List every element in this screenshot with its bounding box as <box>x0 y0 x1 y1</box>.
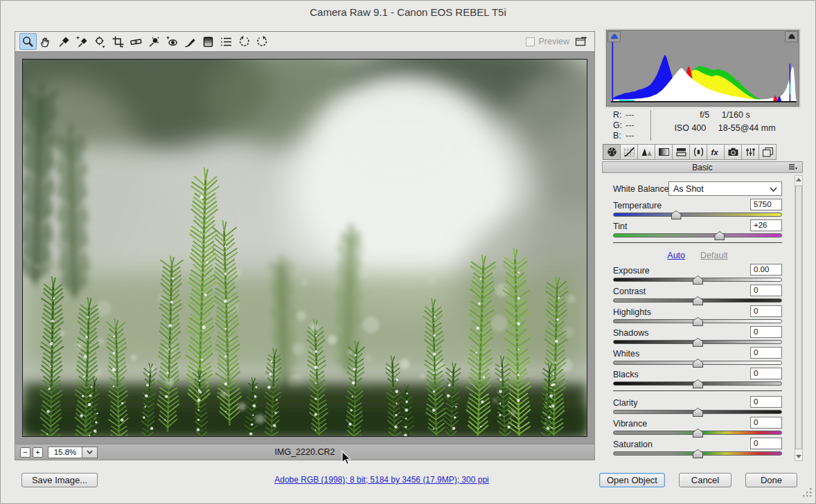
tab-split-toning[interactable] <box>672 144 690 160</box>
zoom-level-dropdown[interactable] <box>82 447 98 458</box>
slider-label: Shadows <box>613 328 648 338</box>
default-link[interactable]: Default <box>700 251 728 260</box>
auto-link[interactable]: Auto <box>667 251 685 260</box>
title-bar: Camera Raw 9.1 - Canon EOS REBEL T5i <box>1 1 815 23</box>
white-balance-value: As Shot <box>673 184 704 194</box>
slider-track[interactable] <box>613 431 782 435</box>
crop-tool[interactable] <box>109 33 127 50</box>
spot-removal-tool[interactable] <box>145 33 163 50</box>
slider-label: Whites <box>613 349 639 359</box>
rgb-row: G:--- <box>613 120 648 130</box>
workflow-options-link[interactable]: Adobe RGB (1998); 8 bit; 5184 by 3456 (1… <box>167 475 596 485</box>
slider-row-exposure: Exposure0.00 <box>613 264 782 282</box>
tab-snapshots[interactable] <box>759 144 777 160</box>
open-object-button[interactable]: Open Object <box>599 473 665 487</box>
color-sampler-tool[interactable] <box>73 33 91 50</box>
slider-thumb[interactable] <box>693 449 703 458</box>
panel-title: Basic <box>692 163 712 172</box>
tab-lens-corrections[interactable] <box>689 144 707 160</box>
slider-track[interactable] <box>613 319 782 323</box>
panel-scrollbar[interactable] <box>795 175 803 461</box>
scroll-up-button[interactable] <box>795 176 802 184</box>
straighten-tool[interactable] <box>127 33 145 50</box>
chevron-down-icon <box>770 184 777 194</box>
rgb-row: B:--- <box>613 131 648 141</box>
slider-track[interactable] <box>613 278 782 282</box>
slider-track[interactable] <box>613 451 782 456</box>
basic-panel-content: White Balance: As Shot Temperature5750Ti… <box>602 173 803 463</box>
toolbar: Preview <box>15 32 594 52</box>
tab-tone-curve[interactable] <box>620 144 638 160</box>
rotate-left-tool[interactable] <box>236 33 253 50</box>
adjustment-brush-tool[interactable] <box>181 33 199 50</box>
slider-value-field[interactable]: 0 <box>750 368 782 379</box>
shutter-value: 1/160 s <box>722 110 750 120</box>
graduated-filter-tool[interactable] <box>199 33 217 50</box>
zoom-tool[interactable] <box>19 33 37 50</box>
preferences-tool[interactable] <box>218 33 235 50</box>
slider-thumb[interactable] <box>693 296 703 305</box>
zoom-out-button[interactable]: − <box>20 447 30 458</box>
slider-thumb[interactable] <box>693 317 703 326</box>
slider-value-field[interactable]: 0 <box>750 347 782 359</box>
slider-thumb[interactable] <box>714 231 725 240</box>
slider-row-contrast: Contrast0 <box>613 285 782 303</box>
preview-label: Preview <box>539 37 569 46</box>
zoom-level-field[interactable]: 15.8% <box>48 447 82 458</box>
slider-value-field[interactable]: 0.00 <box>750 264 782 276</box>
slider-track[interactable] <box>613 340 782 344</box>
slider-track[interactable] <box>613 213 782 217</box>
shadow-clipping-button[interactable] <box>607 31 621 42</box>
slider-track[interactable] <box>613 381 782 386</box>
slider-value-field[interactable]: 0 <box>750 285 782 296</box>
done-button[interactable]: Done <box>745 473 797 487</box>
slider-value-field[interactable]: 0 <box>750 305 782 317</box>
rotate-right-tool[interactable] <box>254 33 271 50</box>
slider-label: Tint <box>613 222 627 231</box>
white-balance-select[interactable]: As Shot <box>668 181 782 196</box>
white-balance-tool[interactable] <box>55 33 73 50</box>
tab-camera-calibration[interactable] <box>724 144 742 160</box>
slider-value-field[interactable]: 0 <box>750 417 782 429</box>
slider-track[interactable] <box>613 233 782 237</box>
slider-label: Highlights <box>613 307 651 317</box>
tab-basic[interactable] <box>603 144 621 160</box>
preview-checkbox[interactable] <box>526 37 535 46</box>
zoom-in-button[interactable]: + <box>33 447 43 458</box>
slider-thumb[interactable] <box>693 429 703 438</box>
tab-effects[interactable]: fx <box>707 144 725 160</box>
slider-thumb[interactable] <box>693 379 703 388</box>
targeted-adjustment-tool[interactable] <box>91 33 109 50</box>
panel-menu-icon[interactable] <box>788 163 798 173</box>
slider-track[interactable] <box>613 361 782 365</box>
slider-value-field[interactable]: 0 <box>750 396 782 408</box>
slider-value-field[interactable]: 0 <box>750 326 782 338</box>
slider-value-field[interactable]: 0 <box>750 438 782 449</box>
fullscreen-toggle-icon[interactable] <box>574 35 590 48</box>
slider-thumb[interactable] <box>693 408 703 417</box>
aperture-value: f/5 <box>700 110 709 120</box>
slider-row-shadows: Shadows0 <box>613 327 782 344</box>
tab-hsl-grayscale[interactable] <box>655 144 673 160</box>
slider-thumb[interactable] <box>671 210 682 219</box>
hand-tool[interactable] <box>37 33 55 50</box>
scroll-down-button[interactable] <box>795 452 802 460</box>
red-eye-removal-tool[interactable] <box>163 33 181 50</box>
slider-thumb[interactable] <box>693 359 703 368</box>
tab-presets[interactable] <box>741 144 759 160</box>
scrollbar-thumb[interactable] <box>795 186 802 449</box>
histogram-panel <box>606 30 799 107</box>
slider-track[interactable] <box>613 410 782 414</box>
cancel-button[interactable]: Cancel <box>679 473 731 487</box>
resize-grip[interactable] <box>803 488 813 501</box>
slider-value-field[interactable]: +26 <box>750 219 782 231</box>
slider-thumb[interactable] <box>693 276 703 285</box>
photo-canvas[interactable] <box>22 59 587 437</box>
slider-value-field[interactable]: 5750 <box>750 199 782 210</box>
tab-detail[interactable] <box>637 144 655 160</box>
slider-thumb[interactable] <box>693 338 703 347</box>
slider-track[interactable] <box>613 298 782 303</box>
save-image-button[interactable]: Save Image... <box>21 473 98 487</box>
slider-label: Exposure <box>613 266 650 276</box>
highlight-clipping-button[interactable] <box>785 31 798 42</box>
